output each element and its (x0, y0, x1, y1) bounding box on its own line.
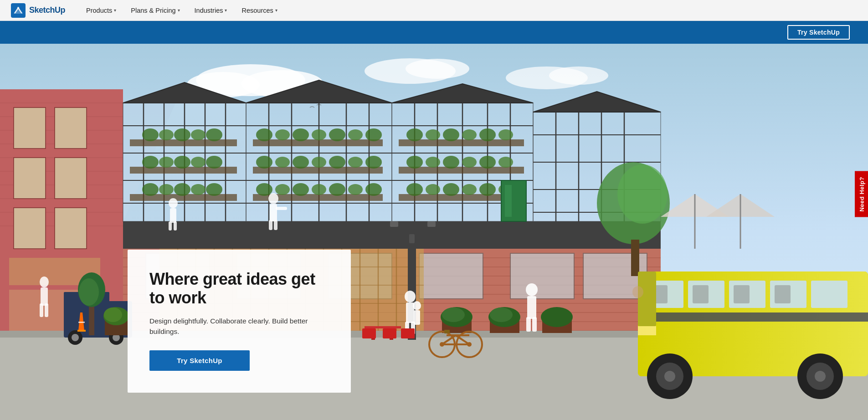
svg-rect-156 (399, 194, 524, 201)
svg-rect-248 (638, 271, 868, 376)
svg-point-145 (348, 157, 363, 168)
nav-item-products[interactable]: Products ▾ (80, 3, 123, 18)
svg-marker-67 (123, 82, 246, 221)
svg-point-138 (348, 129, 363, 140)
nav-item-industries[interactable]: Industries ▾ (188, 3, 234, 18)
svg-point-136 (312, 129, 326, 140)
nav-item-resources[interactable]: Resources ▾ (235, 3, 283, 18)
svg-rect-114 (130, 194, 237, 201)
svg-point-147 (256, 183, 272, 196)
svg-rect-267 (638, 326, 656, 335)
svg-point-140 (256, 156, 272, 169)
svg-point-265 (815, 371, 826, 382)
svg-point-225 (441, 307, 473, 327)
try-sketchup-hero-button[interactable]: Try SketchUp (149, 350, 250, 371)
svg-point-118 (191, 129, 205, 140)
svg-point-1 (17, 7, 20, 9)
svg-point-157 (406, 128, 423, 141)
svg-rect-221 (362, 328, 376, 338)
svg-point-234 (440, 342, 444, 347)
svg-point-164 (426, 157, 440, 168)
svg-rect-181 (276, 207, 287, 210)
svg-rect-227 (490, 317, 519, 333)
svg-point-226 (442, 307, 465, 322)
svg-point-171 (443, 183, 459, 196)
svg-rect-24 (55, 158, 87, 199)
logo-text: SketchUp (29, 5, 65, 15)
svg-rect-216 (526, 317, 531, 332)
svg-point-264 (806, 363, 834, 390)
svg-rect-243 (631, 240, 639, 276)
svg-rect-211 (411, 322, 415, 334)
svg-rect-219 (371, 328, 375, 340)
svg-point-139 (365, 128, 382, 141)
svg-point-143 (312, 157, 326, 168)
svg-point-116 (159, 129, 174, 140)
svg-point-160 (462, 129, 477, 140)
svg-point-141 (275, 157, 290, 168)
nav-plans-label: Plans & Pricing (131, 7, 175, 14)
svg-point-61 (103, 307, 129, 325)
svg-marker-68 (123, 82, 185, 221)
svg-point-146 (365, 156, 382, 169)
svg-rect-185 (505, 185, 512, 217)
svg-point-137 (329, 128, 345, 141)
svg-point-115 (142, 128, 159, 141)
nav-item-plans[interactable]: Plans & Pricing ▾ (124, 3, 186, 18)
svg-point-148 (275, 184, 290, 195)
nav-products-label: Products (86, 7, 112, 14)
svg-point-169 (406, 183, 423, 196)
svg-point-7 (406, 59, 469, 79)
svg-line-238 (442, 335, 456, 344)
svg-point-58 (78, 272, 105, 307)
svg-rect-257 (693, 285, 709, 303)
logo-link[interactable]: SketchUp (11, 3, 65, 18)
logo-icon (11, 3, 26, 18)
svg-point-151 (329, 183, 345, 196)
svg-rect-205 (409, 234, 415, 243)
svg-point-212 (413, 301, 421, 310)
svg-point-53 (113, 334, 120, 341)
svg-rect-176 (170, 208, 176, 223)
svg-point-123 (191, 157, 205, 168)
svg-point-129 (206, 183, 222, 196)
svg-rect-207 (390, 221, 398, 227)
svg-rect-217 (532, 317, 537, 332)
svg-rect-26 (55, 208, 87, 249)
svg-point-168 (498, 157, 513, 168)
nav-industries-label: Industries (195, 7, 223, 14)
svg-point-163 (406, 156, 423, 169)
svg-rect-49 (64, 292, 109, 303)
svg-rect-266 (638, 271, 656, 326)
svg-rect-177 (169, 221, 172, 230)
svg-point-170 (426, 184, 440, 195)
svg-rect-130 (253, 139, 383, 146)
try-sketchup-banner-button[interactable]: Try SketchUp (787, 25, 850, 40)
svg-point-208 (405, 291, 416, 302)
svg-point-120 (142, 156, 159, 169)
svg-rect-70 (123, 103, 246, 221)
svg-rect-56 (78, 322, 85, 323)
svg-point-174 (498, 184, 513, 195)
need-help-tab[interactable]: Need Help? (855, 171, 868, 217)
svg-rect-113 (130, 167, 237, 174)
svg-point-134 (275, 129, 290, 140)
svg-point-231 (541, 307, 573, 327)
navbar: SketchUp Products ▾ Plans & Pricing ▾ In… (0, 0, 868, 21)
svg-point-167 (479, 156, 496, 169)
svg-point-62 (104, 307, 122, 322)
svg-rect-10 (0, 89, 123, 363)
svg-rect-210 (405, 322, 409, 334)
blue-banner: Try SketchUp (0, 21, 868, 44)
svg-marker-81 (246, 80, 392, 103)
nav-resources-label: Resources (241, 7, 273, 14)
svg-point-51 (109, 330, 123, 345)
svg-point-135 (293, 128, 309, 141)
nav-links: Products ▾ Plans & Pricing ▾ Industries … (80, 3, 284, 18)
svg-rect-222 (383, 328, 396, 338)
svg-rect-213 (414, 310, 420, 325)
svg-point-133 (256, 128, 272, 141)
svg-rect-21 (14, 108, 46, 149)
chevron-down-icon: ▾ (275, 8, 277, 13)
svg-point-162 (498, 129, 513, 140)
